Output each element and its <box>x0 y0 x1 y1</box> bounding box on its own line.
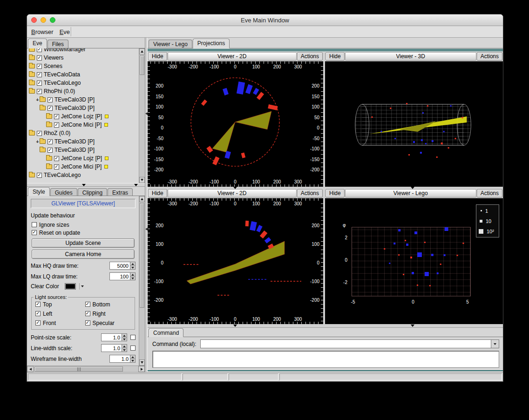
max-hq-spinner[interactable]: 5000 <box>109 262 136 270</box>
spinner-arrows[interactable] <box>122 344 127 352</box>
tree-checkbox[interactable] <box>37 72 42 77</box>
tree-checkbox[interactable] <box>47 106 53 111</box>
actions-button[interactable]: Actions <box>297 52 323 61</box>
spin-up-icon[interactable] <box>131 356 134 358</box>
tab-command[interactable]: Command <box>149 328 183 337</box>
tree-checkbox[interactable] <box>37 81 42 86</box>
rhoz-canvas[interactable]: -300-300-200-200-100-1000010010020020030… <box>148 198 323 324</box>
tab-projections[interactable]: Projections <box>193 39 230 48</box>
hide-button[interactable]: Hide <box>148 52 167 61</box>
scroll-right-button[interactable] <box>138 366 145 372</box>
tree-item[interactable]: WindowManager <box>27 48 139 54</box>
scroll-down-button[interactable] <box>139 177 145 183</box>
tab-eve[interactable]: Eve <box>28 39 47 48</box>
scrollbar-thumb[interactable] <box>140 203 144 308</box>
spin-up-icon[interactable] <box>131 263 134 265</box>
splitter-arrow-icon[interactable] <box>411 187 414 189</box>
lego-canvas[interactable]: 11010² -50520-2φ <box>325 198 503 324</box>
spinner-arrows[interactable] <box>122 333 127 341</box>
reset-on-update-row[interactable]: Reset on update <box>32 229 136 237</box>
light-checkbox[interactable] <box>35 311 41 316</box>
tree-style-splitter[interactable] <box>27 183 145 187</box>
tree-item[interactable]: JetCone Mici [P] <box>27 121 139 129</box>
viewer-bottom-splitter[interactable] <box>148 324 503 328</box>
spin-down-icon[interactable] <box>131 360 134 362</box>
tree-item[interactable]: TEveCaloLego <box>27 79 139 87</box>
tree-checkbox[interactable] <box>37 55 42 61</box>
minimize-button[interactable] <box>41 17 46 23</box>
point-size-checkbox[interactable] <box>130 335 136 340</box>
reset-on-update-checkbox[interactable] <box>32 230 37 235</box>
tab-guides[interactable]: Guides <box>50 188 77 196</box>
spin-up-icon[interactable] <box>123 345 126 347</box>
hide-button[interactable]: Hide <box>148 189 167 197</box>
spinner-value[interactable]: 100 <box>109 272 130 280</box>
point-size-spinner[interactable]: 1.0 <box>101 333 127 341</box>
light-source-row[interactable]: Bottom <box>85 300 133 308</box>
tree-item[interactable]: TEveCalo3D [P] <box>27 146 139 154</box>
line-width-spinner[interactable]: 1.0 <box>101 344 127 352</box>
light-checkbox[interactable] <box>85 320 90 325</box>
tree-item[interactable]: TEveCaloData <box>27 70 139 79</box>
light-source-row[interactable]: Front <box>35 319 83 327</box>
spinner-value[interactable]: 1.0 <box>101 333 122 341</box>
tab-style[interactable]: Style <box>28 187 50 196</box>
camera-home-button[interactable]: Camera Home <box>32 250 135 259</box>
spin-down-icon[interactable] <box>123 339 126 340</box>
hide-button[interactable]: Hide <box>326 52 345 61</box>
scrollbar-thumb[interactable] <box>34 366 123 372</box>
tree-item[interactable]: +TEveCalo3D [P] <box>27 95 139 104</box>
spinner-arrows[interactable] <box>130 272 136 280</box>
wireframe-spinner[interactable]: 1.0 <box>109 355 136 363</box>
ignore-sizes-row[interactable]: Ignore sizes <box>32 221 136 229</box>
splitter-arrow-icon[interactable] <box>82 184 86 186</box>
scroll-up-button[interactable] <box>139 48 145 54</box>
tree-item[interactable]: TEveCalo3D [P] <box>27 104 139 112</box>
spin-down-icon[interactable] <box>123 349 126 351</box>
tree-checkbox[interactable] <box>54 156 59 161</box>
spin-down-icon[interactable] <box>131 278 134 279</box>
hide-button[interactable]: Hide <box>326 189 345 197</box>
spin-down-icon[interactable] <box>131 267 134 269</box>
tree-item[interactable]: JetCone Lojz [P] <box>27 154 139 163</box>
tree-checkbox[interactable] <box>37 64 42 69</box>
rhophi-canvas[interactable]: -300-300-200-200-100-1000010010020020030… <box>148 61 323 187</box>
combo-dropdown-button[interactable] <box>491 340 499 348</box>
clear-color-swatch[interactable] <box>65 283 76 290</box>
actions-button[interactable]: Actions <box>297 189 323 197</box>
light-checkbox[interactable] <box>35 320 41 325</box>
style-scrollbar[interactable] <box>139 196 145 366</box>
tab-clipping[interactable]: Clipping <box>78 188 107 196</box>
spinner-arrows[interactable] <box>130 355 136 363</box>
light-source-row[interactable]: Top <box>35 300 83 308</box>
splitter-arrow-icon[interactable] <box>134 184 138 186</box>
light-checkbox[interactable] <box>85 311 90 316</box>
tree-checkbox[interactable] <box>47 139 53 144</box>
tree-checkbox[interactable] <box>37 131 42 136</box>
spinner-value[interactable]: 1.0 <box>101 344 122 352</box>
tree-item[interactable]: +TEveCalo3D [P] <box>27 137 139 146</box>
actions-button[interactable]: Actions <box>477 189 502 197</box>
splitter-arrow-icon[interactable] <box>411 325 414 327</box>
tree-scrollbar[interactable] <box>139 48 145 183</box>
tree-item[interactable]: RhoPhi (0.0) <box>27 87 139 95</box>
expand-icon[interactable]: + <box>35 139 40 144</box>
splitter-arrow-icon[interactable] <box>233 325 237 327</box>
tree-item[interactable]: JetCone Mici [P] <box>27 163 139 171</box>
titlebar[interactable]: Eve Main Window <box>27 14 503 26</box>
tree-checkbox[interactable] <box>47 148 53 153</box>
spin-up-icon[interactable] <box>123 335 126 337</box>
spinner-value[interactable]: 1.0 <box>109 355 130 363</box>
actions-button[interactable]: Actions <box>477 52 502 61</box>
tab-files[interactable]: Files <box>47 40 68 48</box>
clear-color-dropdown[interactable] <box>79 283 86 290</box>
light-source-row[interactable]: Specular <box>85 319 133 327</box>
left-hscrollbar[interactable] <box>27 366 145 372</box>
viewer-3d-canvas[interactable] <box>325 61 503 187</box>
menu-item-browser[interactable]: Browser <box>31 28 54 35</box>
tree-item[interactable]: Scenes <box>27 62 139 70</box>
light-checkbox[interactable] <box>35 302 41 307</box>
tree-checkbox[interactable] <box>37 48 42 52</box>
spin-up-icon[interactable] <box>131 274 134 276</box>
viewer-row-splitter[interactable] <box>148 187 503 189</box>
